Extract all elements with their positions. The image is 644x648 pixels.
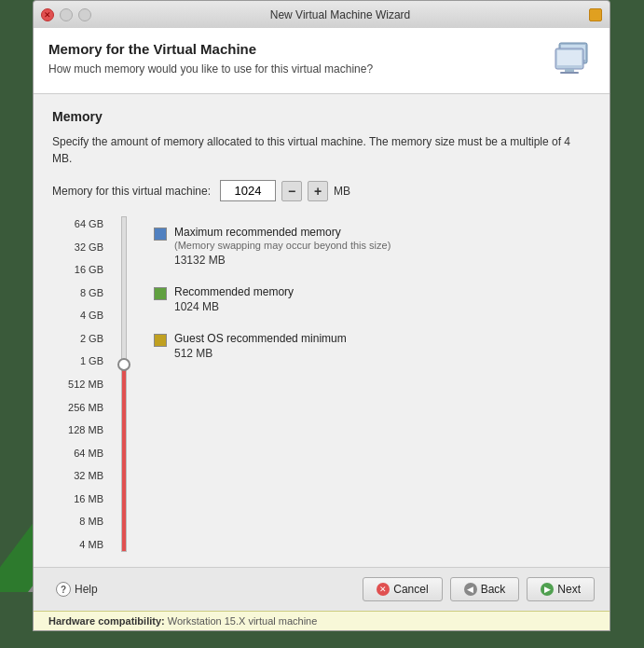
slider-label-64mb: 64 MB <box>52 448 103 459</box>
legend-max-text: Maximum recommended memory (Memory swapp… <box>174 226 391 267</box>
next-icon: ▶ <box>541 583 554 596</box>
legend-max-sub: (Memory swapping may occur beyond this s… <box>174 240 391 251</box>
legend-guest-label: Guest OS recommended minimum <box>174 332 347 345</box>
legend-guest-text: Guest OS recommended minimum 512 MB <box>174 332 347 360</box>
legend-guest-amount: 512 MB <box>174 347 347 360</box>
legend-guest-color <box>154 334 167 347</box>
legend-recommended-color <box>154 287 167 300</box>
slider-label-64gb: 64 GB <box>52 218 103 229</box>
footer-right-buttons: ✕ Cancel ◀ Back ▶ Next <box>363 577 595 601</box>
help-label: Help <box>75 583 98 596</box>
dialog-footer: ? Help ✕ Cancel ◀ Back ▶ Next <box>34 567 610 611</box>
legend-max-color <box>154 227 167 241</box>
dialog-subtitle: How much memory would you like to use fo… <box>48 62 373 76</box>
legend-recommended-text: Recommended memory 1024 MB <box>174 285 294 313</box>
slider-track[interactable] <box>121 216 127 552</box>
slider-label-16mb: 16 MB <box>52 493 103 504</box>
compat-text: Workstation 15.X virtual machine <box>168 615 318 627</box>
legend-recommended-label: Recommended memory <box>174 285 294 298</box>
dialog-overlay: ✕ New Virtual Machine Wizard Memory for … <box>33 0 610 648</box>
title-bar: ✕ New Virtual Machine Wizard <box>33 0 610 28</box>
dialog-header: Memory for the Virtual Machine How much … <box>34 28 610 94</box>
slider-label-512mb: 512 MB <box>52 379 103 390</box>
compat-bar: Hardware compatibility: Workstation 15.X… <box>34 611 610 630</box>
slider-label-4gb: 4 GB <box>52 310 103 321</box>
memory-input-label: Memory for this virtual machine: <box>52 185 211 198</box>
slider-label-128mb: 128 MB <box>52 424 103 435</box>
svg-rect-5 <box>557 50 582 65</box>
section-description: Specify the amount of memory allocated t… <box>52 133 591 167</box>
legend-max-recommended: Maximum recommended memory (Memory swapp… <box>154 226 591 267</box>
slider-label-2gb: 2 GB <box>52 333 103 344</box>
back-label: Back <box>481 583 506 596</box>
cancel-button[interactable]: ✕ Cancel <box>363 577 442 601</box>
slider-labels: 64 GB 32 GB 16 GB 8 GB 4 GB 2 GB 1 GB 51… <box>52 216 103 552</box>
dialog-body: Memory for the Virtual Machine How much … <box>33 28 610 631</box>
next-label: Next <box>557 583 581 596</box>
window-title: New Virtual Machine Wizard <box>91 8 589 21</box>
legend-max-amount: 13132 MB <box>174 254 391 267</box>
svg-rect-7 <box>560 72 579 74</box>
memory-increase-button[interactable]: + <box>308 181 328 201</box>
back-icon: ◀ <box>464 583 477 596</box>
back-button[interactable]: ◀ Back <box>450 577 520 601</box>
memory-icon <box>550 37 595 82</box>
memory-input-row: Memory for this virtual machine: 1024 − … <box>52 180 591 201</box>
cancel-label: Cancel <box>393 583 428 596</box>
memory-unit: MB <box>334 185 350 198</box>
memory-decrease-button[interactable]: − <box>281 181 302 201</box>
slider-label-8mb: 8 MB <box>52 516 103 527</box>
minimize-button[interactable] <box>60 8 73 21</box>
slider-label-16gb: 16 GB <box>52 264 103 275</box>
slider-fill <box>122 365 126 551</box>
slider-label-256mb: 256 MB <box>52 402 103 413</box>
help-icon: ? <box>56 582 71 597</box>
memory-value[interactable]: 1024 <box>220 180 276 201</box>
legend-guest-min: Guest OS recommended minimum 512 MB <box>154 332 591 360</box>
next-button[interactable]: ▶ Next <box>527 577 595 601</box>
window-menu-button[interactable] <box>589 8 602 21</box>
slider-thumb[interactable] <box>117 358 130 371</box>
slider-label-32gb: 32 GB <box>52 241 103 253</box>
compat-prefix: Hardware compatibility: <box>48 615 165 627</box>
slider-label-32mb: 32 MB <box>52 470 103 481</box>
dialog-content: Memory Specify the amount of memory allo… <box>34 94 610 567</box>
cancel-icon: ✕ <box>377 583 390 596</box>
dialog-title: Memory for the Virtual Machine <box>48 41 373 57</box>
legend-max-label: Maximum recommended memory <box>174 226 391 239</box>
help-button[interactable]: ? Help <box>48 578 105 600</box>
legend-recommended-amount: 1024 MB <box>174 300 294 313</box>
slider-label-1gb: 1 GB <box>52 355 103 366</box>
close-button[interactable]: ✕ <box>41 8 54 21</box>
slider-label-8gb: 8 GB <box>52 287 103 298</box>
legend-recommended: Recommended memory 1024 MB <box>154 285 591 313</box>
restore-button[interactable] <box>78 8 91 21</box>
slider-label-4mb: 4 MB <box>52 539 103 550</box>
section-title: Memory <box>52 109 591 124</box>
svg-rect-6 <box>565 69 574 72</box>
legend-area: Maximum recommended memory (Memory swapp… <box>144 216 591 552</box>
header-icon <box>550 37 595 82</box>
slider-area: 64 GB 32 GB 16 GB 8 GB 4 GB 2 GB 1 GB 51… <box>52 216 591 552</box>
slider-track-container[interactable] <box>115 216 133 552</box>
